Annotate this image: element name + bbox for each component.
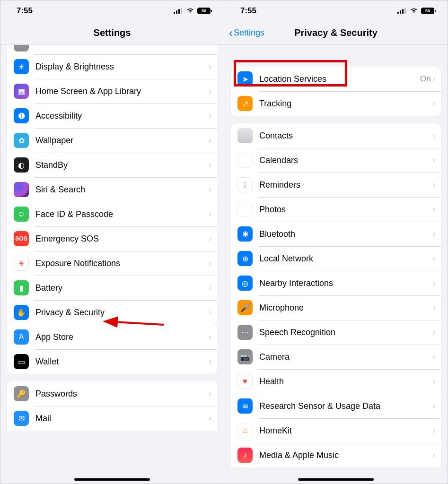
research-icon: ≋ <box>237 398 253 414</box>
chevron-left-icon: ‹ <box>229 27 233 39</box>
row-exposure-notifications[interactable]: ☀Exposure Notifications› <box>7 251 217 276</box>
chevron-right-icon: › <box>433 451 435 459</box>
row-speech-recognition[interactable]: ⋯Speech Recognition› <box>231 320 441 345</box>
row-wallet[interactable]: ▭Wallet› <box>7 349 217 374</box>
status-time: 7:55 <box>240 6 256 16</box>
contacts-icon <box>237 128 253 143</box>
row-contacts[interactable]: Contacts› <box>231 123 441 148</box>
row-tracking[interactable]: ↗Tracking› <box>231 91 441 116</box>
cellular-signal-icon <box>397 8 407 14</box>
photos-icon: ✿ <box>237 202 253 217</box>
microphone-icon: 🎤 <box>237 300 253 315</box>
row-local-network[interactable]: ⊕Local Network› <box>231 246 441 271</box>
chevron-right-icon: › <box>433 402 435 410</box>
row-label: Siri & Search <box>35 185 209 195</box>
chevron-right-icon: › <box>209 357 211 366</box>
phone-left-settings: 7:55 50 Settings ☀Display & Brightness›▦… <box>0 0 224 484</box>
reminders-icon: ⋮ <box>237 177 253 192</box>
chevron-right-icon: › <box>209 87 211 95</box>
nav-back-button[interactable]: ‹ Settings <box>229 21 264 44</box>
row-label: Wallet <box>35 357 209 367</box>
chevron-right-icon: › <box>209 62 211 71</box>
row-face-id-passcode[interactable]: ☺Face ID & Passcode› <box>7 202 217 226</box>
row-label: Location Services <box>259 74 420 84</box>
chevron-right-icon: › <box>433 254 435 263</box>
row-wallpaper[interactable]: ✿Wallpaper› <box>7 128 217 153</box>
status-bar: 7:55 50 <box>0 0 224 21</box>
settings-group: 🔑Passwords›✉Mail› <box>7 381 217 431</box>
row-research-sensor-usage-data[interactable]: ≋Research Sensor & Usage Data› <box>231 394 441 418</box>
row-label: Nearby Interactions <box>259 278 433 288</box>
chevron-right-icon: › <box>433 377 435 386</box>
row-display-brightness[interactable]: ☀Display & Brightness› <box>7 54 217 79</box>
row-reminders[interactable]: ⋮Reminders› <box>231 173 441 197</box>
row-label: Health <box>259 377 433 387</box>
accessibility-icon: ➊ <box>14 108 29 123</box>
row-app-store[interactable]: AApp Store› <box>7 325 217 349</box>
cellular-signal-icon <box>174 8 183 14</box>
nav-header: Settings <box>0 21 224 45</box>
row-label: Photos <box>259 205 433 215</box>
row-homekit[interactable]: ⌂HomeKit› <box>231 418 441 443</box>
speech-icon: ⋯ <box>237 325 253 340</box>
row-health[interactable]: ♥Health› <box>231 369 441 394</box>
faceid-icon: ☺ <box>14 207 29 222</box>
home-screen-icon: ▦ <box>14 84 29 99</box>
chevron-right-icon: › <box>433 353 435 361</box>
row-privacy-security[interactable]: ✋Privacy & Security› <box>7 300 217 325</box>
phone-right-privacy: 7:55 50 ‹ Settings Privacy & Security ➤L… <box>224 0 448 484</box>
row-microphone[interactable]: 🎤Microphone› <box>231 295 441 320</box>
sos-icon: SOS <box>14 231 29 246</box>
row-home-screen-app-library[interactable]: ▦Home Screen & App Library› <box>7 79 217 104</box>
chevron-right-icon: › <box>209 284 211 292</box>
chevron-right-icon: › <box>433 279 435 287</box>
row-label: Mail <box>35 414 209 424</box>
row-label: Local Network <box>259 254 433 264</box>
row-emergency-sos[interactable]: SOSEmergency SOS› <box>7 226 217 251</box>
chevron-right-icon: › <box>209 234 211 243</box>
row-label: Exposure Notifications <box>35 259 209 268</box>
row-calendars[interactable]: Calendars› <box>231 148 441 173</box>
row-label: Bluetooth <box>259 229 433 239</box>
row-value: On <box>420 74 431 84</box>
row-media-apple-music[interactable]: ♪Media & Apple Music› <box>231 443 441 467</box>
row-photos[interactable]: ✿Photos› <box>231 197 441 222</box>
row-mail[interactable]: ✉Mail› <box>7 406 217 431</box>
row-label: Face ID & Passcode <box>35 209 209 219</box>
row-label: Tracking <box>259 99 433 109</box>
status-bar: 7:55 50 <box>224 0 448 21</box>
row-siri-search[interactable]: Siri & Search› <box>7 177 217 202</box>
status-time: 7:55 <box>17 6 33 16</box>
page-title: Settings <box>94 27 131 38</box>
row-label: Calendars <box>259 156 433 165</box>
row-label: Media & Apple Music <box>259 450 433 460</box>
tracking-icon: ↗ <box>237 96 253 111</box>
nearby-icon: ◎ <box>237 276 253 291</box>
settings-list[interactable]: ☀Display & Brightness›▦Home Screen & App… <box>0 45 224 484</box>
wallet-icon: ▭ <box>14 354 29 369</box>
row-partial-hidden[interactable] <box>7 45 217 54</box>
row-passwords[interactable]: 🔑Passwords› <box>7 381 217 406</box>
privacy-list[interactable]: ➤Location ServicesOn›↗Tracking›Contacts›… <box>224 45 448 484</box>
row-location-services[interactable]: ➤Location ServicesOn› <box>231 67 441 91</box>
network-icon: ⊕ <box>237 251 253 266</box>
nav-back-label: Settings <box>234 28 264 38</box>
row-label: Accessibility <box>35 111 209 121</box>
settings-group: Contacts›Calendars›⋮Reminders›✿Photos›✱B… <box>231 123 441 467</box>
chevron-right-icon: › <box>209 259 211 268</box>
row-nearby-interactions[interactable]: ◎Nearby Interactions› <box>231 271 441 295</box>
privacy-icon: ✋ <box>14 305 29 320</box>
row-battery[interactable]: ▮Battery› <box>7 276 217 300</box>
row-label: Microphone <box>259 303 433 313</box>
row-bluetooth[interactable]: ✱Bluetooth› <box>231 222 441 246</box>
row-label: Emergency SOS <box>35 234 209 244</box>
row-camera[interactable]: 📷Camera› <box>231 345 441 369</box>
chevron-right-icon: › <box>209 161 211 169</box>
row-accessibility[interactable]: ➊Accessibility› <box>7 104 217 128</box>
row-standby[interactable]: ◐StandBy› <box>7 153 217 177</box>
battery-level-icon: 50 <box>421 8 434 14</box>
home-indicator <box>74 478 150 481</box>
row-label: Wallpaper <box>35 136 209 146</box>
row-label: App Store <box>35 332 209 342</box>
row-label: Camera <box>259 352 433 362</box>
